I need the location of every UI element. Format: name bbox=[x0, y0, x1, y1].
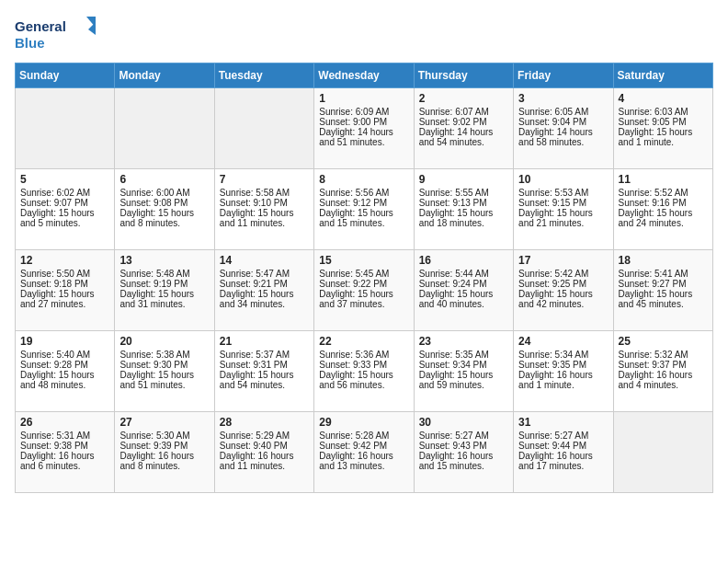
day-number: 1 bbox=[319, 92, 408, 105]
cell-text: and 31 minutes. bbox=[119, 299, 209, 309]
day-number: 4 bbox=[619, 92, 708, 105]
day-number: 27 bbox=[119, 416, 209, 429]
cell-text: and 11 minutes. bbox=[220, 218, 309, 228]
calendar-cell: 10Sunrise: 5:53 AMSunset: 9:15 PMDayligh… bbox=[514, 169, 613, 250]
cell-text: Sunrise: 5:35 AM bbox=[419, 350, 508, 360]
cell-text: Sunrise: 5:42 AM bbox=[518, 269, 608, 279]
cell-text: Sunset: 9:04 PM bbox=[518, 117, 608, 127]
cell-text: Sunrise: 5:48 AM bbox=[119, 269, 209, 279]
day-number: 2 bbox=[419, 92, 508, 105]
cell-text: Sunrise: 5:27 AM bbox=[518, 431, 608, 441]
calendar-table: SundayMondayTuesdayWednesdayThursdayFrid… bbox=[15, 63, 713, 493]
cell-text: Daylight: 16 hours bbox=[518, 370, 608, 380]
calendar-cell bbox=[115, 88, 214, 169]
cell-text: Daylight: 16 hours bbox=[518, 451, 608, 461]
calendar-cell: 13Sunrise: 5:48 AMSunset: 9:19 PMDayligh… bbox=[115, 250, 214, 331]
cell-text: Sunrise: 6:00 AM bbox=[119, 188, 209, 198]
cell-text: Sunset: 9:12 PM bbox=[319, 198, 408, 208]
cell-text: Sunset: 9:33 PM bbox=[319, 360, 408, 370]
cell-text: and 51 minutes. bbox=[119, 380, 209, 390]
cell-text: and 4 minutes. bbox=[619, 380, 708, 390]
day-number: 14 bbox=[220, 254, 309, 267]
cell-text: Sunset: 9:19 PM bbox=[119, 279, 209, 289]
calendar-week-3: 12Sunrise: 5:50 AMSunset: 9:18 PMDayligh… bbox=[16, 250, 713, 331]
svg-text:Blue: Blue bbox=[15, 35, 45, 51]
cell-text: Daylight: 15 hours bbox=[319, 370, 408, 380]
cell-text: Daylight: 15 hours bbox=[220, 208, 309, 218]
calendar-cell: 15Sunrise: 5:45 AMSunset: 9:22 PMDayligh… bbox=[314, 250, 414, 331]
day-number: 12 bbox=[20, 254, 109, 267]
cell-text: Sunset: 9:07 PM bbox=[20, 198, 109, 208]
cell-text: and 40 minutes. bbox=[419, 299, 508, 309]
cell-text: Sunrise: 5:28 AM bbox=[319, 431, 408, 441]
cell-text: and 1 minute. bbox=[619, 137, 708, 147]
calendar-cell: 27Sunrise: 5:30 AMSunset: 9:39 PMDayligh… bbox=[115, 412, 214, 493]
cell-text: Daylight: 15 hours bbox=[619, 127, 708, 137]
cell-text: Sunrise: 5:44 AM bbox=[419, 269, 508, 279]
svg-text:General: General bbox=[15, 18, 66, 34]
logo-svg: General Blue bbox=[15, 15, 97, 55]
day-number: 5 bbox=[20, 173, 109, 186]
cell-text: and 21 minutes. bbox=[518, 218, 608, 228]
calendar-cell: 4Sunrise: 6:03 AMSunset: 9:05 PMDaylight… bbox=[613, 88, 712, 169]
day-number: 28 bbox=[220, 416, 309, 429]
cell-text: Sunset: 9:39 PM bbox=[119, 441, 209, 451]
day-number: 19 bbox=[20, 335, 109, 348]
calendar-header-row: SundayMondayTuesdayWednesdayThursdayFrid… bbox=[16, 63, 713, 88]
day-number: 13 bbox=[119, 254, 209, 267]
calendar-cell bbox=[16, 88, 115, 169]
day-number: 26 bbox=[20, 416, 109, 429]
calendar-cell: 2Sunrise: 6:07 AMSunset: 9:02 PMDaylight… bbox=[414, 88, 513, 169]
cell-text: and 24 minutes. bbox=[619, 218, 708, 228]
day-number: 25 bbox=[619, 335, 708, 348]
cell-text: Daylight: 14 hours bbox=[419, 127, 508, 137]
cell-text: Daylight: 15 hours bbox=[220, 370, 309, 380]
header-tuesday: Tuesday bbox=[214, 63, 313, 88]
cell-text: Sunrise: 5:29 AM bbox=[220, 431, 309, 441]
day-number: 10 bbox=[518, 173, 608, 186]
cell-text: and 54 minutes. bbox=[220, 380, 309, 390]
cell-text: and 27 minutes. bbox=[20, 299, 109, 309]
calendar-cell: 28Sunrise: 5:29 AMSunset: 9:40 PMDayligh… bbox=[214, 412, 313, 493]
cell-text: Daylight: 15 hours bbox=[419, 289, 508, 299]
cell-text: Daylight: 16 hours bbox=[619, 370, 708, 380]
cell-text: Sunset: 9:21 PM bbox=[220, 279, 309, 289]
cell-text: Sunset: 9:31 PM bbox=[220, 360, 309, 370]
cell-text: Daylight: 16 hours bbox=[319, 451, 408, 461]
cell-text: Sunset: 9:15 PM bbox=[518, 198, 608, 208]
cell-text: Sunrise: 5:58 AM bbox=[220, 188, 309, 198]
calendar-cell: 21Sunrise: 5:37 AMSunset: 9:31 PMDayligh… bbox=[214, 331, 313, 412]
header-thursday: Thursday bbox=[414, 63, 513, 88]
cell-text: Sunset: 9:42 PM bbox=[319, 441, 408, 451]
cell-text: Sunrise: 5:53 AM bbox=[518, 188, 608, 198]
cell-text: Sunset: 9:05 PM bbox=[619, 117, 708, 127]
cell-text: Daylight: 15 hours bbox=[119, 289, 209, 299]
cell-text: Sunrise: 5:55 AM bbox=[419, 188, 508, 198]
calendar-cell: 23Sunrise: 5:35 AMSunset: 9:34 PMDayligh… bbox=[414, 331, 513, 412]
cell-text: and 5 minutes. bbox=[20, 218, 109, 228]
cell-text: Sunrise: 5:30 AM bbox=[119, 431, 209, 441]
cell-text: Sunrise: 5:34 AM bbox=[518, 350, 608, 360]
cell-text: Daylight: 15 hours bbox=[119, 208, 209, 218]
calendar-cell: 9Sunrise: 5:55 AMSunset: 9:13 PMDaylight… bbox=[414, 169, 513, 250]
cell-text: Sunset: 9:00 PM bbox=[319, 117, 408, 127]
cell-text: and 1 minute. bbox=[518, 380, 608, 390]
cell-text: Sunset: 9:37 PM bbox=[619, 360, 708, 370]
cell-text: and 13 minutes. bbox=[319, 461, 408, 471]
day-number: 29 bbox=[319, 416, 408, 429]
cell-text: Daylight: 15 hours bbox=[20, 208, 109, 218]
calendar-cell: 11Sunrise: 5:52 AMSunset: 9:16 PMDayligh… bbox=[613, 169, 712, 250]
cell-text: and 6 minutes. bbox=[20, 461, 109, 471]
calendar-cell: 12Sunrise: 5:50 AMSunset: 9:18 PMDayligh… bbox=[16, 250, 115, 331]
day-number: 8 bbox=[319, 173, 408, 186]
calendar-cell bbox=[214, 88, 313, 169]
cell-text: Sunrise: 5:40 AM bbox=[20, 350, 109, 360]
cell-text: Sunrise: 5:31 AM bbox=[20, 431, 109, 441]
calendar-cell: 26Sunrise: 5:31 AMSunset: 9:38 PMDayligh… bbox=[16, 412, 115, 493]
day-number: 30 bbox=[419, 416, 508, 429]
calendar-cell: 7Sunrise: 5:58 AMSunset: 9:10 PMDaylight… bbox=[214, 169, 313, 250]
calendar-week-4: 19Sunrise: 5:40 AMSunset: 9:28 PMDayligh… bbox=[16, 331, 713, 412]
calendar-cell: 16Sunrise: 5:44 AMSunset: 9:24 PMDayligh… bbox=[414, 250, 513, 331]
cell-text: and 34 minutes. bbox=[220, 299, 309, 309]
cell-text: and 11 minutes. bbox=[220, 461, 309, 471]
